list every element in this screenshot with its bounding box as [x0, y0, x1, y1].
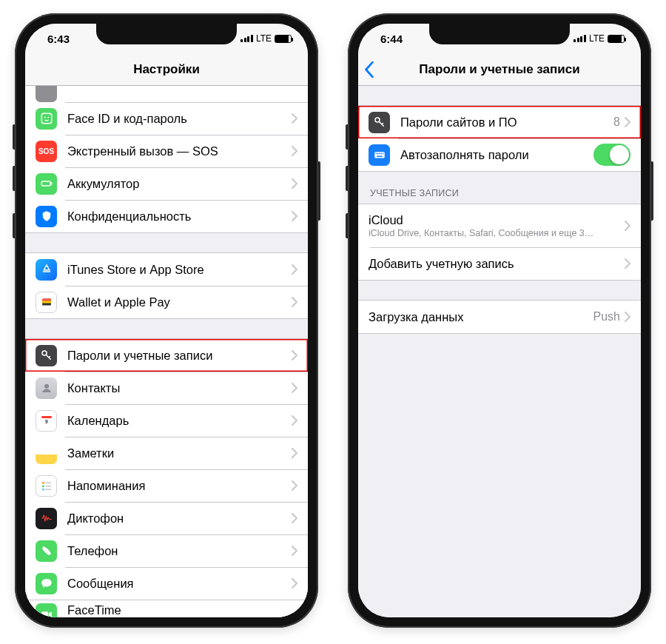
row-label: Напоминания: [67, 479, 292, 493]
svg-rect-17: [374, 152, 385, 158]
appstore-icon: [36, 259, 57, 281]
autofill-switch[interactable]: [593, 144, 630, 166]
row-label: Пароли сайтов и ПО: [400, 115, 613, 130]
row-add-account[interactable]: Добавить учетную запись: [358, 247, 641, 280]
svg-point-3: [47, 117, 49, 118]
svg-rect-19: [377, 153, 379, 155]
row-notes[interactable]: Заметки: [25, 437, 308, 469]
svg-rect-16: [41, 611, 48, 617]
wallet-icon: [36, 292, 57, 313]
chevron-icon: [292, 546, 297, 556]
carrier-label: LTE: [256, 33, 272, 44]
row-detail: Push: [593, 310, 620, 323]
svg-rect-22: [382, 153, 383, 155]
row-reminders[interactable]: Напоминания: [25, 469, 308, 502]
chevron-icon: [625, 221, 630, 231]
screen-left: 6:43 LTE Настройки Face ID и код-пароль: [25, 24, 308, 617]
svg-rect-7: [42, 299, 51, 301]
passwords-list[interactable]: Пароли сайтов и ПО 8 Автозаполнять парол…: [358, 86, 641, 617]
row-privacy[interactable]: Конфиденциальность: [25, 200, 308, 232]
row-wallet[interactable]: Wallet и Apple Pay: [25, 286, 308, 318]
chevron-icon: [292, 448, 297, 458]
signal-icon: [574, 35, 586, 42]
notch: [96, 24, 237, 44]
page-title: Настройки: [133, 62, 200, 77]
row-site-passwords[interactable]: Пароли сайтов и ПО 8: [358, 106, 641, 138]
row-facetime[interactable]: FaceTime: [25, 600, 308, 617]
back-button[interactable]: [364, 53, 374, 85]
chevron-icon: [292, 297, 297, 307]
row-label: Wallet и Apple Pay: [67, 295, 292, 309]
battery-row-icon: [36, 173, 57, 195]
messages-icon: [36, 573, 57, 594]
row-label: Календарь: [67, 414, 292, 428]
row-icloud[interactable]: iCloud iCloud Drive, Контакты, Safari, С…: [358, 204, 641, 247]
row-clipped-top: [25, 86, 308, 102]
svg-rect-5: [51, 183, 53, 185]
row-sos[interactable]: SOS Экстренный вызов — SOS: [25, 135, 308, 167]
faceid-icon: [36, 108, 57, 130]
svg-rect-10: [41, 416, 52, 418]
svg-rect-8: [42, 301, 51, 303]
svg-point-2: [44, 117, 45, 118]
row-label: Аккумулятор: [67, 177, 292, 191]
chevron-icon: [292, 146, 297, 156]
settings-list[interactable]: Face ID и код-пароль SOS Экстренный вызо…: [25, 86, 308, 617]
page-title: Пароли и учетные записи: [419, 62, 579, 77]
facetime-icon: [36, 603, 57, 617]
row-battery[interactable]: Аккумулятор: [25, 167, 308, 200]
chevron-icon: [292, 350, 297, 360]
battery-icon: [275, 35, 292, 43]
section-header-accounts: УЧЕТНЫЕ ЗАПИСИ: [358, 172, 641, 204]
reminders-icon: [36, 475, 57, 497]
screen-right: 6:44 LTE Пароли и учетные записи Пароли …: [358, 24, 641, 617]
row-itunes[interactable]: iTunes Store и App Store: [25, 253, 308, 286]
navbar: Пароли и учетные записи: [358, 53, 641, 86]
chevron-icon: [292, 383, 297, 393]
row-label: iTunes Store и App Store: [67, 263, 292, 277]
row-label: Загрузка данных: [369, 310, 593, 324]
svg-rect-20: [379, 153, 380, 155]
svg-rect-18: [375, 153, 377, 155]
row-label: FaceTime: [67, 603, 297, 617]
row-calendar[interactable]: 9 Календарь: [25, 404, 308, 437]
keyboard-icon: [369, 144, 390, 166]
chevron-icon: [625, 117, 630, 127]
row-messages[interactable]: Сообщения: [25, 567, 308, 600]
row-label: Контакты: [67, 381, 292, 395]
chevron-icon: [292, 113, 297, 124]
privacy-icon: [36, 206, 57, 227]
status-time: 6:43: [47, 33, 70, 45]
row-contacts[interactable]: Контакты: [25, 372, 308, 404]
phone-left: 6:43 LTE Настройки Face ID и код-пароль: [15, 13, 318, 628]
row-label: Заметки: [67, 446, 292, 460]
svg-rect-1: [41, 113, 52, 124]
row-faceid[interactable]: Face ID и код-пароль: [25, 102, 308, 135]
row-phone[interactable]: Телефон: [25, 534, 308, 567]
row-detail: 8: [613, 115, 620, 129]
chevron-icon: [292, 513, 297, 523]
row-voice-memos[interactable]: Диктофон: [25, 502, 308, 534]
row-label: Экстренный вызов — SOS: [67, 144, 292, 158]
generic-icon: [36, 86, 57, 102]
svg-rect-4: [41, 181, 50, 186]
phone-icon: [36, 540, 57, 562]
navbar: Настройки: [25, 53, 308, 86]
row-passwords-accounts[interactable]: Пароли и учетные записи: [25, 339, 308, 372]
signal-icon: [240, 35, 253, 42]
row-fetch-data[interactable]: Загрузка данных Push: [358, 301, 641, 333]
carrier-label: LTE: [589, 33, 605, 44]
voice-memos-icon: [36, 508, 57, 529]
svg-point-9: [44, 384, 49, 389]
row-label: Конфиденциальность: [67, 209, 292, 224]
chevron-icon: [625, 258, 630, 269]
notch: [429, 24, 570, 44]
row-label: Автозаполнять пароли: [400, 148, 593, 162]
row-autofill[interactable]: Автозаполнять пароли: [358, 138, 641, 171]
status-right: LTE: [574, 33, 625, 44]
phone-right: 6:44 LTE Пароли и учетные записи Пароли …: [348, 13, 651, 628]
key-icon: [369, 112, 390, 133]
svg-rect-21: [380, 153, 382, 155]
key-icon: [36, 345, 57, 366]
status-right: LTE: [240, 33, 292, 44]
